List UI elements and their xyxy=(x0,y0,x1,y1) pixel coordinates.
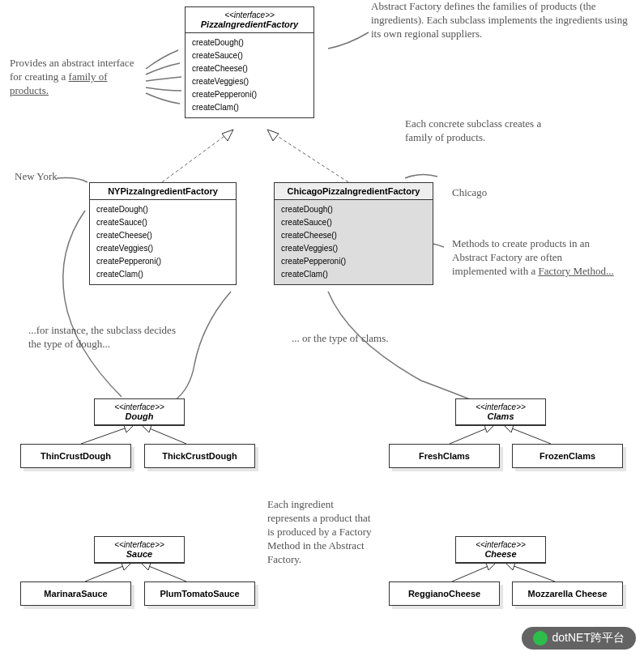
chicago-factory-box: ChicagoPizzaIngredientFactory createDoug… xyxy=(274,182,433,285)
mozzarella-cheese-box: Mozzarella Cheese xyxy=(512,581,623,606)
svg-line-8 xyxy=(450,425,494,444)
method: createVeggies() xyxy=(96,242,229,255)
watermark: dotNET跨平台 xyxy=(522,627,636,650)
marinara-sauce-box: MarinaraSauce xyxy=(20,581,131,606)
svg-line-16 xyxy=(452,563,496,581)
svg-line-12 xyxy=(85,563,131,581)
note-top: Abstract Factory defines the families of… xyxy=(371,0,630,41)
class-name: ChicagoPizzaIngredientFactory xyxy=(279,186,428,196)
method: createDough() xyxy=(192,36,307,49)
method: createDough() xyxy=(281,203,426,216)
method: createCheese() xyxy=(192,62,307,75)
wechat-icon xyxy=(533,631,548,645)
method: createPepperoni() xyxy=(96,255,229,268)
method-list: createDough() createSauce() createCheese… xyxy=(90,200,236,284)
svg-marker-3 xyxy=(267,130,279,141)
method-list: createDough() createSauce() createCheese… xyxy=(186,33,313,117)
svg-line-10 xyxy=(504,425,551,444)
note-chicago: Chicago xyxy=(452,186,487,200)
sauce-interface-box: <<interface>>Sauce xyxy=(94,536,185,564)
stereotype: <<interface>> xyxy=(190,11,309,19)
method: createSauce() xyxy=(281,216,426,229)
note-ingredient: Each ingredient represents a product tha… xyxy=(267,498,373,566)
svg-line-18 xyxy=(505,563,555,581)
method: createDough() xyxy=(96,203,229,216)
method: createVeggies() xyxy=(281,242,426,255)
method: createPepperoni() xyxy=(192,88,307,101)
class-name: NYPizzaIngredientFactory xyxy=(95,186,231,196)
method: createVeggies() xyxy=(192,75,307,88)
class-name: PizzaIngredientFactory xyxy=(190,19,309,29)
svg-line-14 xyxy=(141,563,186,581)
note-left: Provides an abstract interface for creat… xyxy=(10,57,147,98)
svg-line-2 xyxy=(267,130,348,182)
method: createCheese() xyxy=(96,229,229,242)
ny-factory-box: NYPizzaIngredientFactory createDough() c… xyxy=(89,182,237,285)
svg-line-4 xyxy=(81,425,134,444)
cheese-interface-box: <<interface>>Cheese xyxy=(455,536,546,564)
plum-tomato-sauce-box: PlumTomatoSauce xyxy=(144,581,255,606)
svg-line-6 xyxy=(142,425,186,444)
reggiano-cheese-box: ReggianoCheese xyxy=(389,581,500,606)
method: createClam() xyxy=(192,101,307,114)
fresh-clams-box: FreshClams xyxy=(389,444,500,468)
method: createCheese() xyxy=(281,229,426,242)
note-subclass: Each concrete subclass creates a family … xyxy=(405,117,567,145)
note-instance: ...for instance, the subclass decides th… xyxy=(28,324,190,351)
note-methods: Methods to create products in an Abstrac… xyxy=(452,237,614,279)
thick-crust-dough-box: ThickCrustDough xyxy=(144,444,255,468)
pizza-ingredient-factory-box: <<interface>>PizzaIngredientFactory crea… xyxy=(185,6,314,118)
frozen-clams-box: FrozenClams xyxy=(512,444,623,468)
svg-line-0 xyxy=(162,130,233,182)
method: createSauce() xyxy=(96,216,229,229)
method: createClam() xyxy=(281,268,426,281)
note-or: ... or the type of clams. xyxy=(292,332,454,346)
method: createClam() xyxy=(96,268,229,281)
method: createSauce() xyxy=(192,49,307,62)
method-list: createDough() createSauce() createCheese… xyxy=(275,200,433,284)
dough-interface-box: <<interface>>Dough xyxy=(94,398,185,426)
clams-interface-box: <<interface>>Clams xyxy=(455,398,546,426)
note-ny: New York xyxy=(15,170,58,184)
svg-marker-1 xyxy=(222,130,233,141)
method: createPepperoni() xyxy=(281,255,426,268)
thin-crust-dough-box: ThinCrustDough xyxy=(20,444,131,468)
